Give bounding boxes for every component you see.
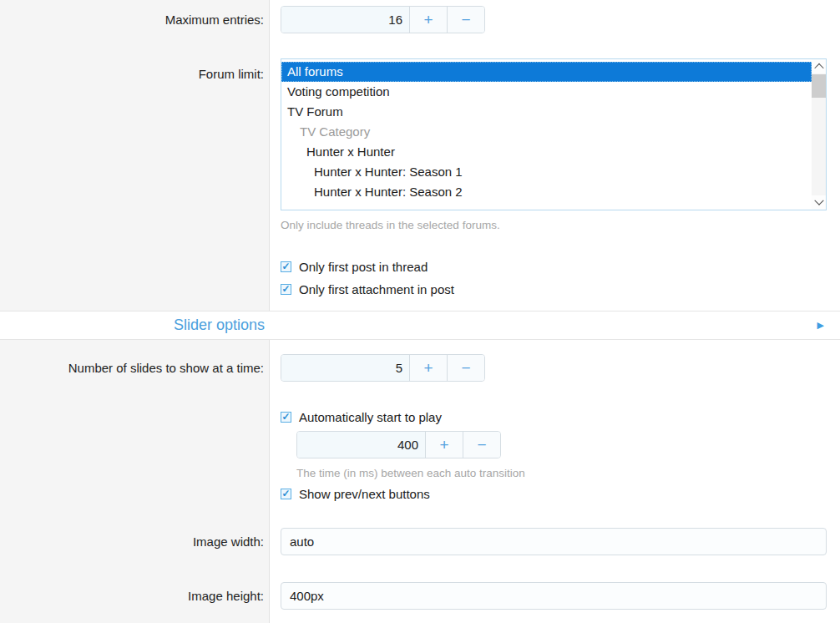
scroll-up-button[interactable] [812, 59, 826, 73]
forum-limit-listbox[interactable]: All forumsVoting competitionTV ForumTV C… [281, 58, 827, 210]
listbox-option[interactable]: Hunter x Hunter [281, 142, 812, 162]
listbox-option[interactable]: TV Category [281, 122, 812, 142]
autoplay-interval-increment-button[interactable]: + [425, 432, 463, 458]
autoplay-checkbox-label: Automatically start to play [299, 410, 442, 424]
listbox-option[interactable]: All forums [281, 62, 812, 82]
image-height-label: Image height: [0, 582, 269, 610]
forum-limit-hint: Only include threads in the selected for… [281, 218, 827, 232]
first-attachment-checkbox-label: Only first attachment in post [299, 282, 454, 296]
listbox-option[interactable]: Hunter x Hunter: Season 2 [281, 182, 812, 202]
autoplay-checkbox-row[interactable]: ✓ Automatically start to play [281, 406, 827, 428]
chevron-up-icon [814, 63, 823, 72]
max-entries-spinner: + − [281, 6, 485, 33]
listbox-scrollbar[interactable] [812, 59, 826, 210]
autoplay-interval-decrement-button[interactable]: − [463, 432, 500, 458]
slides-count-label: Number of slides to show at a time: [0, 354, 269, 382]
collapse-arrow-icon[interactable]: ▶ [817, 321, 840, 330]
image-width-label: Image width: [0, 528, 269, 555]
scroll-down-button[interactable] [812, 195, 826, 210]
slides-count-row: Number of slides to show at a time: + − [0, 354, 840, 382]
scrollbar-thumb[interactable] [812, 74, 826, 98]
first-post-checkbox-label: Only first post in thread [299, 260, 428, 274]
listbox-option[interactable]: Hunter x Hunter: Season 1 [281, 162, 812, 182]
max-entries-row: Maximum entries: + − [0, 6, 840, 33]
max-entries-label: Maximum entries: [0, 6, 269, 33]
slides-count-spinner: + − [281, 354, 485, 382]
slides-count-input[interactable] [281, 355, 409, 381]
thread-options-checkbox-group: ✓ Only first post in thread ✓ Only first… [281, 256, 827, 311]
listbox-option[interactable]: TV Forum [281, 102, 812, 122]
autoplay-interval-spinner: + − [296, 431, 501, 458]
forum-limit-label: Forum limit: [0, 58, 269, 81]
image-height-input[interactable] [281, 582, 827, 610]
prevnext-checkbox-label: Show prev/next buttons [299, 487, 430, 501]
image-height-row: Image height: [0, 582, 840, 610]
chevron-down-icon [814, 195, 823, 205]
image-width-input[interactable] [281, 528, 827, 555]
first-post-checkbox-row[interactable]: ✓ Only first post in thread [281, 256, 827, 278]
autoplay-interval-input[interactable] [297, 432, 425, 458]
first-attachment-checkbox[interactable]: ✓ [281, 284, 291, 295]
max-entries-input[interactable] [281, 7, 409, 33]
slides-count-increment-button[interactable]: + [409, 355, 447, 381]
slider-options-header[interactable]: Slider options ▶ [0, 311, 840, 340]
slides-count-decrement-button[interactable]: − [447, 355, 484, 381]
max-entries-decrement-button[interactable]: − [447, 7, 484, 33]
options-form-page: Maximum entries: + − Forum limit: All fo… [0, 0, 840, 623]
image-width-row: Image width: [0, 528, 840, 555]
autoplay-checkbox[interactable]: ✓ [281, 412, 291, 423]
forum-limit-options: All forumsVoting competitionTV ForumTV C… [281, 59, 812, 202]
first-attachment-checkbox-row[interactable]: ✓ Only first attachment in post [281, 278, 827, 301]
prevnext-checkbox-row[interactable]: ✓ Show prev/next buttons [281, 483, 827, 505]
autoplay-interval-hint: The time (in ms) between each auto trans… [296, 466, 827, 480]
prevnext-checkbox[interactable]: ✓ [281, 489, 291, 499]
max-entries-increment-button[interactable]: + [409, 7, 447, 33]
slider-options-section: Number of slides to show at a time: + − … [0, 340, 840, 623]
slider-options-title: Slider options [0, 317, 265, 334]
autoplay-row: ✓ Automatically start to play + − The ti… [0, 406, 840, 505]
listbox-option[interactable]: Voting competition [281, 82, 812, 102]
top-options-section: Maximum entries: + − Forum limit: All fo… [0, 0, 840, 311]
forum-limit-row: Forum limit: All forumsVoting competitio… [0, 58, 840, 311]
first-post-checkbox[interactable]: ✓ [281, 261, 291, 272]
